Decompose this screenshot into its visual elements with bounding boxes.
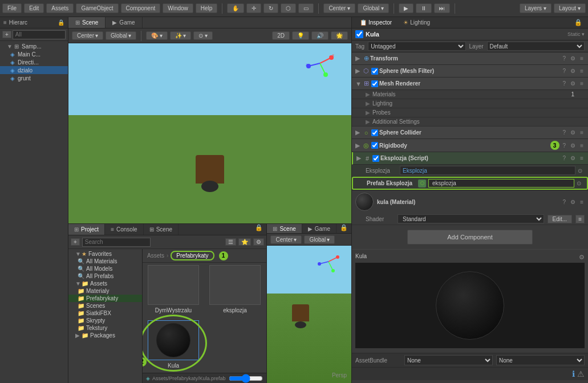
hierarchy-lock-icon[interactable]: 🔒 — [58, 19, 64, 26]
skrypty-folder[interactable]: 📁 Skrypty — [68, 317, 142, 324]
material-help-btn[interactable]: ? — [562, 199, 567, 205]
eksplozja-settings-btn[interactable]: ⚙ — [569, 155, 577, 161]
scene-audio-btn[interactable]: 🔊 — [311, 31, 329, 40]
transform-help-btn[interactable]: ? — [562, 55, 567, 62]
gameobject-menu[interactable]: GameObject — [76, 3, 118, 13]
scene-viewport[interactable]: X Y Z — [68, 43, 351, 223]
obj-active-checkbox[interactable] — [355, 30, 363, 38]
layer-select[interactable]: Default — [487, 42, 585, 51]
rigidbody-help-btn[interactable]: ? — [562, 142, 567, 149]
materialy-folder[interactable]: 📁 Materialy — [68, 287, 142, 295]
project-add-btn[interactable]: + — [71, 238, 80, 246]
tab-game-mini[interactable]: ▶ Game — [302, 224, 336, 233]
hierarchy-search[interactable] — [13, 30, 66, 39]
rigidbody-menu-btn[interactable]: ≡ — [579, 142, 585, 149]
scene-fx-btn[interactable]: ✨ ▾ — [170, 31, 192, 40]
meshrenderer-help-btn[interactable]: ? — [562, 80, 567, 87]
center-btn[interactable]: Center ▾ — [323, 3, 355, 13]
scale-tool[interactable]: ⬡ — [281, 3, 296, 13]
all-prefabs-item[interactable]: 🔍 All Prefabs — [68, 272, 142, 280]
tag-select[interactable]: Untagged — [368, 42, 465, 51]
project-view-btn[interactable]: ☰ — [225, 238, 236, 246]
zoom-slider[interactable] — [229, 374, 263, 383]
play-btn[interactable]: ▶ — [399, 3, 413, 13]
info-icon[interactable]: ℹ — [572, 369, 575, 378]
script-field-value[interactable]: Eksplozja — [400, 166, 575, 175]
assets-menu[interactable]: Assets — [46, 3, 74, 13]
project-search-input[interactable] — [82, 238, 151, 247]
scene-gizmos-btn[interactable]: ⊙ ▾ — [193, 31, 213, 40]
prefab-value-field[interactable]: ⬡ eksplozja — [418, 179, 574, 188]
meshrenderer-settings-btn[interactable]: ⚙ — [569, 80, 577, 87]
scene-center-btn[interactable]: Center ▾ — [72, 31, 103, 40]
eksplozja-component[interactable]: ▶ # Eksplozja (Script) ? ⚙ ≡ — [352, 152, 588, 165]
inspector-tab[interactable]: 📋 Inspector — [355, 19, 396, 26]
scene-global-btn[interactable]: Global ▾ — [106, 31, 136, 40]
tab-scene-bottom[interactable]: ⊞ Scene — [144, 224, 179, 235]
file-kula[interactable]: 2 Kula — [145, 320, 202, 371]
scene-lighting-btn[interactable]: 💡 — [292, 31, 309, 40]
mini-scene-viewport[interactable]: Persp — [267, 246, 351, 383]
scene-effects-btn[interactable]: 🌟 — [331, 31, 348, 40]
prefabrykaty-folder[interactable]: 📁 Prefabrykaty — [68, 295, 142, 302]
meshfilter-menu-btn[interactable]: ≡ — [579, 68, 585, 74]
layout-btn[interactable]: Layout ▾ — [554, 3, 586, 13]
all-models-item[interactable]: 🔍 All Models — [68, 265, 142, 272]
script-pick-btn[interactable]: ⊙ — [575, 168, 585, 174]
inspector-lock-icon[interactable]: 🔒 — [572, 19, 585, 26]
layers-btn[interactable]: Layers ▾ — [520, 3, 551, 13]
collider-checkbox[interactable] — [371, 129, 378, 136]
transform-settings-btn[interactable]: ⚙ — [569, 55, 577, 62]
materials-subsection[interactable]: ▶ Materials 1 — [352, 90, 588, 99]
bundle-select-2[interactable]: None — [496, 355, 585, 365]
meshrenderer-checkbox[interactable] — [371, 80, 378, 87]
kula-settings-btn[interactable]: ⚙ — [579, 254, 585, 261]
material-preview-ball[interactable] — [355, 193, 374, 211]
assets-crumb[interactable]: Assets — [147, 252, 164, 259]
meshrenderer-menu-btn[interactable]: ≡ — [579, 80, 585, 87]
scene-2d-btn[interactable]: 2D — [272, 31, 290, 40]
shader-menu-btn[interactable]: ≡ — [575, 215, 585, 223]
component-menu[interactable]: Component — [121, 3, 161, 13]
packages-folder[interactable]: ▶ 📁 Packages — [68, 332, 142, 339]
eksplozja-menu-btn[interactable]: ≡ — [579, 155, 585, 161]
file-menu[interactable]: File — [2, 3, 22, 13]
mini-global-btn[interactable]: Global ▾ — [304, 235, 335, 244]
help-menu[interactable]: Help — [196, 3, 218, 13]
eksplozja-checkbox[interactable] — [372, 155, 379, 162]
file-eksplozja[interactable]: eksplozja — [206, 265, 263, 316]
additional-settings-subsection[interactable]: ▶ Additional Settings — [352, 117, 588, 127]
shader-edit-btn[interactable]: Edit... — [548, 215, 573, 223]
window-menu[interactable]: Window — [163, 3, 193, 13]
prefab-pick-btn[interactable]: ⊙ — [574, 180, 583, 186]
hier-item-mainc[interactable]: ◈ Main C... — [0, 50, 68, 58]
transform-component[interactable]: ▶ ⊕ Transform ? ⚙ ≡ — [352, 52, 588, 65]
bundle-select-1[interactable]: None — [404, 355, 493, 365]
step-btn[interactable]: ⏭ — [434, 3, 450, 13]
collider-help-btn[interactable]: ? — [562, 129, 567, 136]
rigidbody-checkbox[interactable] — [371, 142, 378, 149]
tab-scene-mini[interactable]: ⊞ Scene — [267, 224, 302, 233]
rigidbody-component[interactable]: ▶ ◎ Rigidbody 3 ? ⚙ ≡ — [352, 139, 588, 152]
meshrenderer-component[interactable]: ▼ ⊞ Mesh Renderer ? ⚙ ≡ — [352, 78, 588, 90]
hier-item-directi[interactable]: ◈ Directi... — [0, 58, 68, 66]
hand-tool[interactable]: ✋ — [227, 3, 244, 13]
project-star-btn[interactable]: ⚙ — [253, 238, 264, 246]
shader-select[interactable]: Standard — [398, 214, 544, 223]
siatkifbx-folder[interactable]: 📁 SiatkiFBX — [68, 309, 142, 317]
rotate-tool[interactable]: ↻ — [263, 3, 278, 13]
transform-menu-btn[interactable]: ≡ — [579, 55, 585, 62]
tekstury-folder[interactable]: 📁 Tekstury — [68, 324, 142, 332]
tab-console[interactable]: ≡ Console — [105, 224, 144, 235]
hier-item-samp[interactable]: ▼ ⊞ Samp... — [0, 42, 68, 50]
mini-center-btn[interactable]: Center ▾ — [270, 235, 302, 244]
hier-item-grunt[interactable]: ◈ grunt — [0, 74, 68, 82]
scene-render-btn[interactable]: 🎨 ▾ — [146, 31, 168, 40]
prefabrykaty-crumb[interactable]: Prefabrykaty — [171, 251, 214, 260]
mini-lock-icon[interactable]: 🔒 — [336, 224, 351, 233]
material-settings-btn[interactable]: ⚙ — [569, 199, 577, 205]
favorites-folder[interactable]: ▼ ★ Favorites — [68, 250, 142, 258]
add-component-button[interactable]: Add Component — [407, 230, 533, 245]
tab-game[interactable]: ▶ Game — [106, 17, 142, 28]
meshfilter-component[interactable]: ▶ ⬡ Sphere (Mesh Filter) ? ⚙ ≡ — [352, 65, 588, 78]
